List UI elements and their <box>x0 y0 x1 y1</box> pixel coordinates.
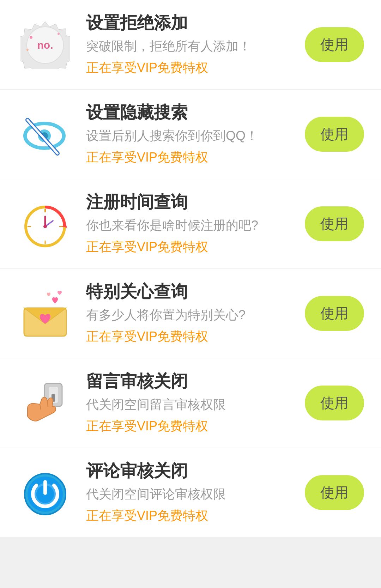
reject-add-use-button[interactable]: 使用 <box>305 27 364 62</box>
message-review-title: 留言审核关闭 <box>86 371 292 392</box>
reject-add-vip: 正在享受VIP免费特权 <box>86 59 292 77</box>
comment-review-vip: 正在享受VIP免费特权 <box>86 507 292 525</box>
message-review-content: 留言审核关闭 代关闭空间留言审核权限 正在享受VIP免费特权 <box>86 371 292 435</box>
special-care-use-button[interactable]: 使用 <box>305 296 364 331</box>
feature-item-message-review: 留言审核关闭 代关闭空间留言审核权限 正在享受VIP免费特权 使用 <box>0 358 381 448</box>
hide-search-vip: 正在享受VIP免费特权 <box>86 149 292 166</box>
message-review-icon <box>17 375 73 431</box>
svg-point-5 <box>26 49 29 51</box>
reg-time-title: 注册时间查询 <box>86 192 292 212</box>
special-care-title: 特别关心查询 <box>86 281 292 302</box>
comment-review-use-button[interactable]: 使用 <box>305 475 364 510</box>
reg-time-vip: 正在享受VIP免费特权 <box>86 238 292 256</box>
hide-search-content: 设置隐藏搜索 设置后别人搜索你到你到QQ！ 正在享受VIP免费特权 <box>86 102 292 166</box>
feature-item-reg-time: 注册时间查询 你也来看你是啥时候注册的吧? 正在享受VIP免费特权 使用 <box>0 179 381 269</box>
reg-time-icon <box>17 195 73 252</box>
message-review-use-button[interactable]: 使用 <box>305 386 364 420</box>
feature-item-special-care: 特别关心查询 有多少人将你置为特别关心? 正在享受VIP免费特权 使用 <box>0 269 381 358</box>
svg-point-3 <box>30 36 32 39</box>
reg-time-use-button[interactable]: 使用 <box>305 206 364 241</box>
reject-add-icon: no. <box>17 16 73 73</box>
special-care-desc: 有多少人将你置为特别关心? <box>86 306 292 324</box>
special-care-icon <box>17 285 73 341</box>
special-care-content: 特别关心查询 有多少人将你置为特别关心? 正在享受VIP免费特权 <box>86 281 292 345</box>
reg-time-desc: 你也来看你是啥时候注册的吧? <box>86 217 292 234</box>
hide-search-icon <box>17 106 73 162</box>
reject-add-desc: 突破限制，拒绝所有人添加！ <box>86 37 292 55</box>
svg-text:no.: no. <box>37 39 53 51</box>
reg-time-content: 注册时间查询 你也来看你是啥时候注册的吧? 正在享受VIP免费特权 <box>86 192 292 256</box>
message-review-vip: 正在享受VIP免费特权 <box>86 418 292 435</box>
hide-search-use-button[interactable]: 使用 <box>305 117 364 152</box>
svg-point-4 <box>58 33 60 35</box>
feature-item-hide-search: 设置隐藏搜索 设置后别人搜索你到你到QQ！ 正在享受VIP免费特权 使用 <box>0 90 381 179</box>
svg-point-18 <box>43 225 47 228</box>
message-review-desc: 代关闭空间留言审核权限 <box>86 396 292 413</box>
comment-review-icon <box>17 464 73 521</box>
feature-item-reject-add: no. 设置拒绝添加 突破限制，拒绝所有人添加！ 正在享受VIP免费特权 使用 <box>0 0 381 90</box>
comment-review-desc: 代关闭空间评论审核权限 <box>86 485 292 503</box>
hide-search-title: 设置隐藏搜索 <box>86 102 292 123</box>
comment-review-title: 评论审核关闭 <box>86 461 292 481</box>
hide-search-desc: 设置后别人搜索你到你到QQ！ <box>86 127 292 145</box>
reject-add-content: 设置拒绝添加 突破限制，拒绝所有人添加！ 正在享受VIP免费特权 <box>86 13 292 77</box>
feature-list: no. 设置拒绝添加 突破限制，拒绝所有人添加！ 正在享受VIP免费特权 使用 <box>0 0 381 538</box>
special-care-vip: 正在享受VIP免费特权 <box>86 328 292 345</box>
reject-add-title: 设置拒绝添加 <box>86 13 292 33</box>
feature-item-comment-review: 评论审核关闭 代关闭空间评论审核权限 正在享受VIP免费特权 使用 <box>0 448 381 538</box>
comment-review-content: 评论审核关闭 代关闭空间评论审核权限 正在享受VIP免费特权 <box>86 461 292 525</box>
